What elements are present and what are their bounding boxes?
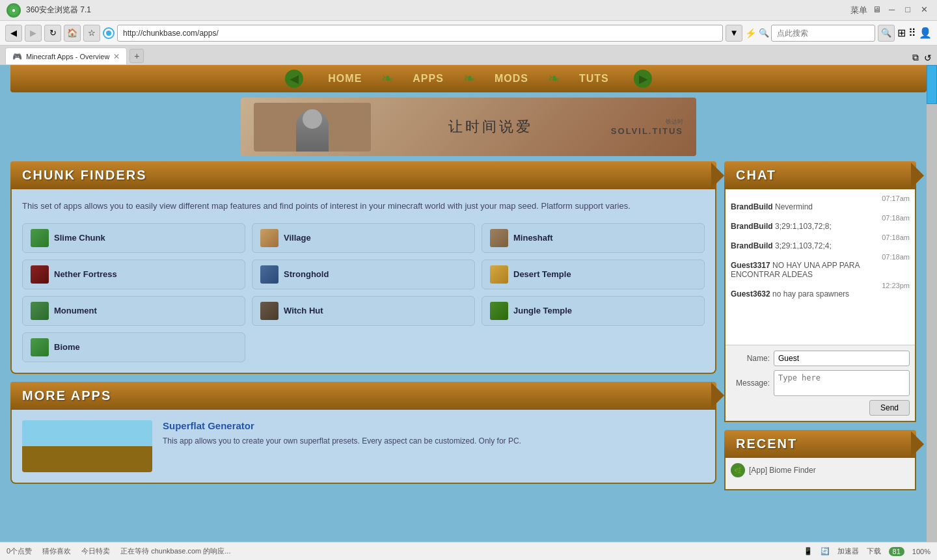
chat-text-1: 3;29:1,103,72;8; [775, 222, 832, 231]
chat-header: CHAT [724, 161, 916, 189]
monument-icon [31, 302, 49, 320]
copy-icon[interactable]: ⧉ [912, 52, 919, 63]
superflat-thumbnail [22, 420, 152, 472]
chat-message-1: 07:18am BrandBuild 3;29:1,103,72;8; [731, 214, 910, 231]
browser-logo: ● [7, 3, 21, 18]
close-btn[interactable]: ✕ [918, 5, 930, 16]
slime-label: Slime Chunk [54, 233, 105, 243]
recent-box: 🌿 [App] Biome Finder [724, 458, 916, 490]
chunk-item-mineshaft[interactable]: Mineshaft [482, 223, 705, 253]
window-icon[interactable]: 🖥 [873, 5, 881, 16]
menu-label[interactable]: 菜单 [850, 5, 867, 16]
browser-title: 360安全浏览器 7.1 [26, 5, 91, 16]
lightning-icon: ⚡ [745, 28, 756, 38]
mineshaft-icon [490, 229, 508, 247]
village-label: Village [284, 233, 311, 243]
status-phone-icon: 📱 [804, 547, 813, 555]
nav-item-tuts[interactable]: Tuts [560, 73, 629, 85]
chat-title: CHAT [736, 168, 776, 183]
nav-item-home[interactable]: Home [308, 73, 381, 85]
chat-user-0: BrandBuild [731, 202, 773, 211]
user-icon[interactable]: 👤 [919, 27, 932, 39]
nav-item-apps[interactable]: Apps [393, 73, 463, 85]
chunk-item-monument[interactable]: Monument [22, 296, 245, 326]
search-input[interactable] [771, 25, 875, 42]
superflat-desc: This app allows you to create your own s… [163, 435, 521, 447]
witch-icon [260, 302, 278, 320]
biome-icon [31, 338, 49, 356]
status-likes: 0个点赞 [7, 546, 32, 556]
banner-ad: 让时间说爱 铁达时 SOLVIL.TITUS [241, 98, 696, 156]
chat-user-2: BrandBuild [731, 241, 773, 250]
message-input[interactable] [774, 370, 910, 396]
chunk-item-slime[interactable]: Slime Chunk [22, 223, 245, 253]
maximize-btn[interactable]: □ [903, 5, 913, 16]
dropdown-button[interactable]: ▼ [726, 25, 742, 42]
chunk-finders-title: CHUNK FINDERS [22, 168, 147, 183]
jungle-icon [490, 302, 508, 320]
more-apps-section: MORE APPS Superflat Generator This app a… [10, 382, 716, 484]
chat-time-2: 07:18am [731, 233, 910, 241]
tab-icon: 🎮 [12, 52, 22, 61]
name-label: Name: [731, 354, 770, 363]
browser-tabbar: 🎮 Minecraft Apps - Overview ✕ + ⧉ ↺ [0, 46, 937, 65]
back-button[interactable]: ◀ [5, 25, 22, 42]
chat-time-1: 07:18am [731, 214, 910, 222]
chat-box: 07:17am BrandBuild Nevermind 07:18am Bra… [724, 189, 916, 422]
chunk-item-jungle[interactable]: Jungle Temple [482, 296, 705, 326]
chat-message-0: 07:17am BrandBuild Nevermind [731, 194, 910, 211]
chunk-finders-desc: This set of apps allows you to easily vi… [22, 200, 705, 213]
chat-form: Name: Message: Send [726, 345, 915, 421]
scrollbar-track[interactable] [927, 65, 937, 542]
chat-messages[interactable]: 07:17am BrandBuild Nevermind 07:18am Bra… [726, 189, 915, 345]
browser-toolbar: ◀ ▶ ↻ 🏠 ☆ ▼ ⚡ 🔍 🔍 ⊞ ⠿ 👤 [0, 21, 937, 46]
village-icon [260, 229, 278, 247]
minimize-btn[interactable]: ─ [886, 5, 897, 16]
refresh-button[interactable]: ↻ [44, 25, 61, 42]
status-accel: 加速器 [837, 546, 859, 556]
browser-tab[interactable]: 🎮 Minecraft Apps - Overview ✕ [5, 47, 127, 64]
chat-message-3: 07:18am Guest3317 NO HAY UNA APP PARA EN… [731, 253, 910, 279]
reload-icon[interactable]: ↺ [924, 53, 932, 63]
bookmark-button[interactable]: ☆ [83, 25, 100, 42]
banner-brand: 铁达时 SOLVIL.TITUS [611, 118, 683, 136]
home-button[interactable]: 🏠 [64, 25, 81, 42]
chunk-item-desert[interactable]: Desert Temple [482, 260, 705, 289]
biome-label: Biome [54, 342, 80, 352]
nav-sep-2: ❧ [463, 70, 475, 87]
apps-icon[interactable]: ⠿ [908, 27, 916, 39]
slime-icon [31, 229, 49, 247]
nav-bar: ◀ Home ❧ Apps ❧ Mods ❧ Tuts ▶ [10, 65, 927, 92]
page-content: ◀ Home ❧ Apps ❧ Mods ❧ Tuts ▶ 让时间说爱 铁达时 … [0, 65, 937, 542]
chunk-grid: Slime Chunk Village Mineshaft Nether For… [22, 223, 705, 326]
scrollbar-thumb[interactable] [927, 65, 937, 104]
forward-button[interactable]: ▶ [25, 25, 42, 42]
stronghold-icon [260, 265, 278, 284]
chat-time-5: 12:23pm [731, 282, 910, 289]
grid-icon[interactable]: ⊞ [897, 27, 906, 39]
chunk-item-stronghold[interactable]: Stronghold [252, 260, 475, 289]
superflat-title[interactable]: Superflat Generator [163, 420, 521, 431]
name-input[interactable] [774, 351, 910, 366]
nav-right-arrow: ▶ [634, 70, 652, 88]
chat-text-0: Nevermind [775, 202, 813, 211]
chunk-finders-box: This set of apps allows you to easily vi… [10, 189, 716, 374]
nav-item-mods[interactable]: Mods [475, 73, 548, 85]
chunk-item-witch[interactable]: Witch Hut [252, 296, 475, 326]
search-btn[interactable]: 🔍 [878, 25, 895, 42]
chunk-item-biome[interactable]: Biome [22, 332, 245, 362]
chunk-item-nether[interactable]: Nether Fortress [22, 260, 245, 289]
nav-sep-1: ❧ [381, 70, 393, 87]
chat-time-3: 07:18am [731, 253, 910, 261]
banner-text: 让时间说爱 [371, 117, 611, 137]
chunk-item-village[interactable]: Village [252, 223, 475, 253]
address-bar[interactable] [117, 25, 723, 42]
recent-item-0[interactable]: 🌿 [App] Biome Finder [731, 463, 910, 477]
send-button[interactable]: Send [869, 400, 910, 416]
recent-section: RECENT 🌿 [App] Biome Finder [724, 430, 916, 490]
more-apps-box: Superflat Generator This app allows you … [10, 410, 716, 484]
new-tab-button[interactable]: + [129, 49, 144, 63]
more-apps-title: MORE APPS [22, 388, 111, 403]
browser-titlebar: ● 360安全浏览器 7.1 菜单 🖥 ─ □ ✕ [0, 0, 937, 21]
tab-close-icon[interactable]: ✕ [113, 52, 120, 61]
